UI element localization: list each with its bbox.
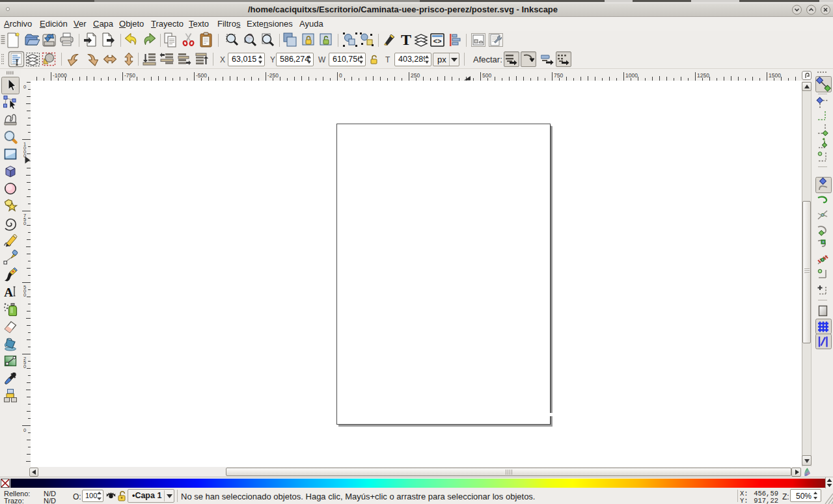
svg-text:0: 0 <box>23 364 26 369</box>
svg-text:1500: 1500 <box>769 72 781 79</box>
svg-text:0: 0 <box>23 292 26 298</box>
svg-text:0: 0 <box>23 220 26 226</box>
svg-text:1000: 1000 <box>625 72 638 79</box>
svg-text:T: T <box>401 32 411 48</box>
svg-text:0: 0 <box>23 427 26 433</box>
svg-text:-250: -250 <box>267 72 279 79</box>
svg-text:500: 500 <box>482 72 491 79</box>
svg-text:0: 0 <box>23 84 26 90</box>
svg-text:A: A <box>4 285 13 299</box>
svg-text:-1000: -1000 <box>53 72 67 79</box>
svg-text:<>: <> <box>433 38 442 46</box>
svg-text:-750: -750 <box>124 72 135 79</box>
svg-text:750: 750 <box>554 72 563 79</box>
svg-text:1250: 1250 <box>697 72 709 79</box>
svg-text:250: 250 <box>411 72 420 79</box>
svg-text:-500: -500 <box>196 72 207 79</box>
svg-text:0: 0 <box>339 72 342 79</box>
